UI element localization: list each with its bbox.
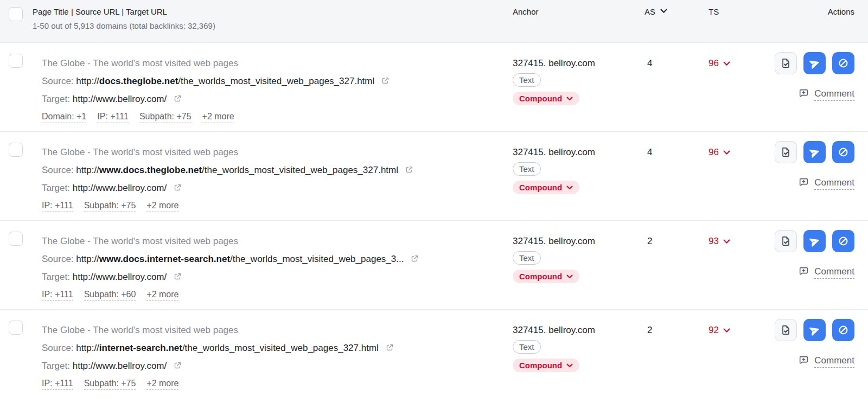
source-label: Source: (42, 254, 76, 264)
ts-score[interactable]: 92 (704, 310, 769, 399)
chevron-down-icon (723, 239, 730, 244)
external-link-icon[interactable] (173, 272, 182, 281)
as-score: 2 (644, 221, 704, 309)
anchor-type-badge: Text (513, 340, 541, 354)
anchor-text: 327415. bellroy.com (513, 232, 644, 250)
compound-badge-wrap: Compound (513, 270, 644, 283)
comment-plus-icon (798, 88, 809, 100)
tag-link[interactable]: Subpath: +60 (84, 288, 136, 301)
tag-link[interactable]: +2 more (146, 199, 178, 212)
page-title: The Globe - The world's most visited web… (42, 321, 496, 339)
row-checkbox[interactable] (9, 321, 23, 335)
anchor-type-badge-wrap: Text (513, 251, 644, 265)
tag-link[interactable]: IP: +111 (42, 199, 73, 212)
tag-link[interactable]: Subpath: +75 (139, 110, 192, 123)
send-button[interactable] (803, 52, 826, 74)
target-label: Target: (42, 272, 73, 282)
send-button[interactable] (803, 141, 826, 163)
tag-link[interactable]: IP: +111 (42, 288, 73, 301)
block-button[interactable] (832, 52, 854, 74)
ts-score[interactable]: 96 (704, 132, 769, 220)
compound-badge[interactable]: Compound (513, 92, 579, 105)
page-check-button[interactable] (775, 52, 797, 74)
column-header-page-title: Page Title | Source URL | Target URL 1-5… (33, 0, 513, 42)
ts-score[interactable]: 96 (704, 43, 769, 131)
column-header-actions: Actions (769, 0, 868, 42)
select-all-cell (0, 0, 33, 42)
anchor-type-badge-wrap: Text (513, 162, 644, 176)
anchor-type-badge-wrap: Text (513, 73, 644, 87)
block-icon (838, 146, 849, 158)
chevron-down-icon (566, 274, 573, 279)
table-row: The Globe - The world's most visited web… (0, 310, 868, 399)
comment-button[interactable]: Comment (769, 176, 854, 190)
anchor-type-badge-wrap: Text (513, 340, 644, 354)
backlinks-table-body: The Globe - The world's most visited web… (0, 43, 868, 399)
tag-link[interactable]: Domain: +1 (42, 110, 86, 123)
external-link-icon[interactable] (173, 94, 182, 103)
ts-score[interactable]: 93 (704, 221, 769, 309)
tags: IP: +111Subpath: +60+2 more (42, 288, 496, 301)
source-url: http://docs.theglobe.net/the_worlds_most… (76, 76, 374, 86)
compound-badge[interactable]: Compound (513, 270, 579, 283)
table-row: The Globe - The world's most visited web… (0, 43, 868, 132)
page-title-source-target-cell: The Globe - The world's most visited web… (33, 310, 513, 399)
comment-button[interactable]: Comment (769, 354, 854, 368)
send-button[interactable] (803, 319, 826, 341)
tag-link[interactable]: +2 more (202, 110, 234, 123)
target-url-line: Target: http://www.bellroy.com/ (42, 357, 496, 375)
comment-button[interactable]: Comment (769, 87, 854, 101)
compound-badge[interactable]: Compound (513, 181, 579, 194)
source-url: http://internet-search.net/the_worlds_mo… (76, 343, 379, 353)
send-button[interactable] (803, 230, 826, 252)
table-row: The Globe - The world's most visited web… (0, 221, 868, 310)
block-button[interactable] (832, 230, 854, 252)
ts-score-value: 93 (709, 232, 719, 250)
row-checkbox-cell (0, 221, 33, 309)
compound-badge[interactable]: Compound (513, 359, 579, 372)
actions-cell: Comment (769, 43, 868, 131)
source-url-line: Source: http://internet-search.net/the_w… (42, 339, 496, 357)
column-header-as[interactable]: AS (644, 0, 704, 42)
tag-link[interactable]: +2 more (146, 377, 178, 390)
source-label: Source: (42, 165, 76, 175)
anchor-type-badge: Text (513, 162, 541, 176)
table-header: Page Title | Source URL | Target URL 1-5… (0, 0, 868, 43)
target-url: http://www.bellroy.com/ (73, 183, 167, 193)
block-button[interactable] (832, 141, 854, 163)
tags: Domain: +1IP: +111Subpath: +75+2 more (42, 110, 496, 123)
compound-badge-wrap: Compound (513, 181, 644, 194)
column-header-ts: TS (704, 0, 769, 42)
tag-link[interactable]: +2 more (146, 288, 178, 301)
comment-plus-icon (798, 355, 809, 367)
comment-label: Comment (814, 176, 854, 190)
external-link-icon[interactable] (173, 183, 182, 192)
page-check-button[interactable] (775, 141, 797, 163)
external-link-icon[interactable] (381, 76, 390, 85)
tag-link[interactable]: Subpath: +75 (84, 377, 136, 390)
comment-label: Comment (814, 87, 854, 101)
page-title: The Globe - The world's most visited web… (42, 143, 496, 161)
tag-link[interactable]: IP: +111 (42, 377, 73, 390)
comment-button[interactable]: Comment (769, 265, 854, 279)
tag-link[interactable]: Subpath: +75 (84, 199, 136, 212)
select-all-checkbox[interactable] (9, 7, 23, 21)
external-link-icon[interactable] (385, 343, 394, 352)
source-url-line: Source: http://docs.theglobe.net/the_wor… (42, 72, 496, 90)
block-button[interactable] (832, 319, 854, 341)
tag-link[interactable]: IP: +111 (97, 110, 129, 123)
anchor-type-badge: Text (513, 73, 541, 87)
row-checkbox[interactable] (9, 143, 23, 157)
external-link-icon[interactable] (173, 361, 182, 370)
page-check-button[interactable] (775, 230, 797, 252)
external-link-icon[interactable] (410, 254, 419, 263)
comment-label: Comment (814, 354, 854, 368)
target-url-line: Target: http://www.bellroy.com/ (42, 90, 496, 108)
row-checkbox[interactable] (9, 54, 23, 68)
page-check-button[interactable] (775, 319, 797, 341)
target-label: Target: (42, 183, 73, 193)
external-link-icon[interactable] (405, 165, 413, 174)
row-checkbox[interactable] (9, 232, 23, 246)
compound-badge-wrap: Compound (513, 92, 644, 105)
compound-badge-label: Compound (519, 272, 562, 281)
